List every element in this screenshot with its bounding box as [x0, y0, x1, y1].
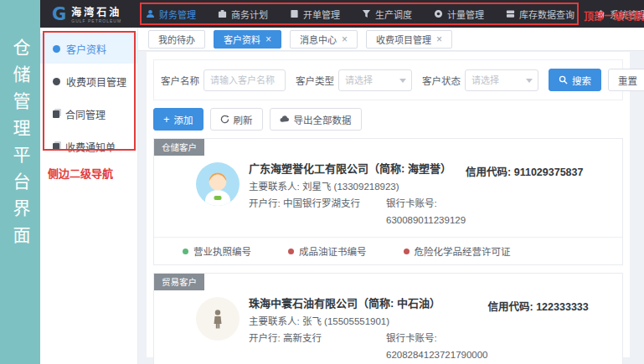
customer-name-input[interactable]	[204, 69, 286, 91]
user-icon	[146, 9, 155, 18]
customer-type-badge: 贸易客户	[154, 274, 204, 290]
toolbar: + 添加 刷新 导出全部数据	[153, 108, 623, 131]
database-icon	[506, 9, 515, 18]
tab-message-center[interactable]: 消息中心 ×	[290, 30, 358, 49]
customer-status-label: 客户状态	[422, 74, 461, 87]
topnav-production-dispatch[interactable]: 生产调度	[362, 8, 412, 21]
sidebar-item-customer-profile[interactable]: 客户资料	[40, 33, 137, 64]
license-refined-oil[interactable]: 成品油证书编号	[288, 244, 367, 258]
search-button[interactable]: 搜索	[549, 69, 601, 91]
logo-title: 海湾石油	[71, 4, 121, 18]
red-dot-icon	[404, 249, 410, 254]
top-nav: 财务管理 商务计划 开单管理 生产调度 计量管理 库存数据查询	[146, 8, 644, 21]
funnel-icon	[362, 9, 371, 18]
reset-button[interactable]: 重置	[608, 69, 644, 91]
tab-fee-item-management[interactable]: 收费项目管理 ×	[366, 30, 452, 49]
topnav-inventory-query[interactable]: 库存数据查询	[506, 8, 574, 21]
sidebar: 客户资料 收费项目管理 合同管理 收费通知单	[40, 28, 138, 364]
customer-avatar	[196, 297, 240, 341]
gulf-logo-icon: G	[52, 5, 66, 23]
tab-my-todo[interactable]: 我的待办	[148, 30, 205, 49]
tab-customer-profile[interactable]: 客户资料 ×	[214, 30, 281, 49]
search-icon	[559, 75, 568, 85]
tabbar: 我的待办 客户资料 × 消息中心 × 收费项目管理 ×	[138, 28, 644, 51]
green-dot-icon	[183, 249, 188, 254]
customer-bank-account: 银行卡账号: 6208284123721790000	[386, 330, 488, 363]
customer-credit-code: 信用代码: 911029375837	[466, 160, 583, 179]
gear-icon	[434, 9, 443, 18]
customer-bank: 开户行: 中国银行罗湖支行	[249, 195, 374, 228]
document-icon	[290, 9, 299, 18]
customer-bank-account: 银行卡账号: 630089011239129	[386, 195, 466, 228]
customer-contact: 主要联系人: 刘星飞 (13309218923)	[249, 178, 466, 195]
warehouse-platform-screen: 仓储管理平台界面 G 海湾石油 GULF PETROLEUM 财务管理 商务计划…	[0, 0, 644, 364]
topnav-business-plan[interactable]: 商务计划	[218, 8, 268, 21]
topnav-system[interactable]: 系统管理	[596, 8, 644, 21]
customer-contact: 主要联系人: 张飞 (15505551901)	[249, 313, 488, 330]
close-icon[interactable]: ×	[265, 34, 271, 44]
customer-type-select[interactable]	[338, 69, 412, 91]
info-circle-icon	[53, 45, 60, 53]
customer-credit-code: 信用代码: 122333333	[488, 295, 589, 314]
license-row: 营业执照编号 成品油证书编号 危险化学品经营许可证	[154, 237, 622, 264]
topnav-billing[interactable]: 开单管理	[290, 8, 340, 21]
customer-name-label: 客户名称	[161, 74, 199, 87]
customer-name: 广东海塑誉化工有限公司（简称: 海塑誉）	[249, 160, 466, 178]
search-form: 客户名称 客户类型 客户状态 搜索 重置	[153, 59, 623, 100]
refresh-icon	[220, 115, 229, 124]
logo-subtitle: GULF PETROLEUM	[71, 18, 121, 23]
content-area: 客户名称 客户类型 客户状态 搜索 重置	[138, 51, 644, 364]
briefcase-icon	[218, 9, 227, 18]
license-hazchem[interactable]: 危险化学品经营许可证	[404, 244, 511, 258]
customer-type-badge: 仓储客户	[154, 139, 204, 156]
customer-card: 贸易客户 珠海中寰石油有限公司（简称: 中石油） 主要联系人: 张飞 (1550…	[153, 273, 623, 364]
license-business[interactable]: 营业执照编号	[183, 244, 251, 258]
topnav-metering[interactable]: 计量管理	[434, 8, 484, 21]
close-icon[interactable]: ×	[436, 34, 442, 44]
sidebar-item-fee-notice[interactable]: 收费通知单	[40, 131, 137, 161]
export-button[interactable]: 导出全部数据	[270, 108, 362, 131]
customer-card: 仓储客户 广东海塑誉化工有限公司（简称: 海塑誉） 主要联系人: 刘星飞 (13…	[153, 138, 623, 265]
platform-vertical-title: 仓储管理平台界面	[8, 38, 33, 253]
sidebar-item-fee-item-management[interactable]: 收费项目管理	[40, 66, 137, 96]
topnav-finance[interactable]: 财务管理	[146, 8, 196, 21]
platform-title-strip: 仓储管理平台界面	[0, 0, 40, 364]
customer-name: 珠海中寰石油有限公司（简称: 中石油）	[249, 295, 488, 313]
copy-icon	[53, 110, 59, 118]
topbar: G 海湾石油 GULF PETROLEUM 财务管理 商务计划 开单管理 生产调…	[40, 0, 644, 28]
sidebar-item-contract-management[interactable]: 合同管理	[40, 99, 137, 129]
close-icon[interactable]: ×	[342, 34, 348, 44]
customer-status-select[interactable]	[465, 69, 538, 91]
add-button[interactable]: + 添加	[153, 108, 204, 131]
refresh-button[interactable]: 刷新	[210, 108, 263, 131]
info-circle-icon	[53, 78, 60, 85]
copy-icon	[53, 143, 59, 151]
main-panel: 客户名称 客户类型 客户状态 搜索 重置	[147, 52, 630, 357]
cloud-download-icon	[280, 115, 290, 124]
customer-avatar	[196, 162, 240, 206]
home-icon	[596, 9, 605, 18]
customer-type-label: 客户类型	[296, 74, 334, 87]
red-dot-icon	[288, 249, 294, 254]
customer-bank: 开户行: 高新支行	[249, 330, 374, 363]
plus-icon: +	[163, 114, 170, 125]
logo: G 海湾石油 GULF PETROLEUM	[40, 4, 134, 23]
